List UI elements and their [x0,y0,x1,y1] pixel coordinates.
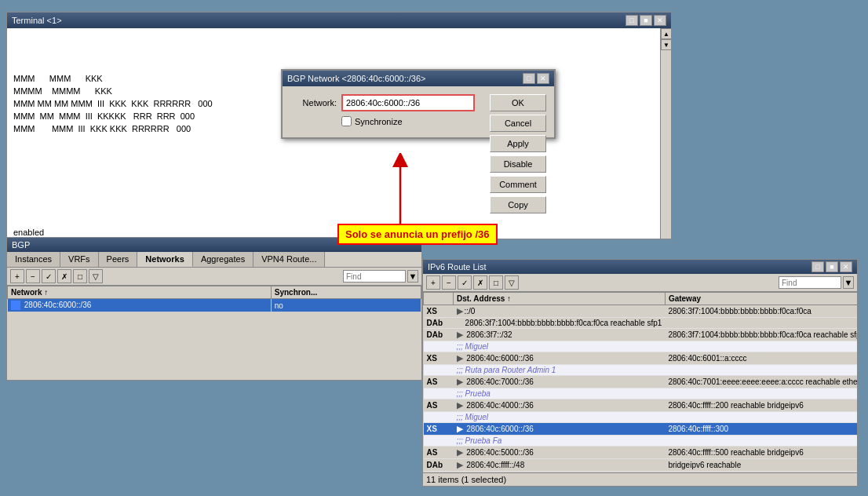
network-label: Network: [290,98,341,108]
disable-button[interactable]: Disable [490,155,546,173]
tab-aggregates[interactable]: Aggregates [193,252,253,267]
network-icon [11,301,20,310]
network-input[interactable] [341,94,475,111]
type-badge: XS [427,307,450,315]
col-gateway[interactable]: Gateway [665,293,857,305]
table-row[interactable]: AS ▶ 2806:40c:5000::/36 2806:40c:ffff::5… [424,447,858,459]
filter-button[interactable]: ▽ [89,269,103,283]
table-row[interactable]: DAb ▶ 2806:3f7::/32 2806:3f7:1004:bbbb:b… [424,329,858,341]
ipv6-check-button[interactable]: ✓ [458,275,472,290]
tab-vrfs[interactable]: VRFs [60,252,99,267]
ipv6-cross-button[interactable]: ✗ [473,275,487,290]
cancel-button[interactable]: Cancel [490,115,546,132]
square-button[interactable]: □ [73,269,87,283]
cross-button[interactable]: ✗ [57,269,71,283]
ipv6-maximize[interactable]: ■ [826,261,838,272]
table-row: ;;; Miguel [424,412,858,423]
table-row[interactable]: DAb 2806:3f7:1004:bbbb:bbbb:bbbb:f0ca:f0… [424,318,858,329]
table-row[interactable]: AS ▶ 2806:40c:7000::/36 2806:40c:7001:ee… [424,376,858,388]
table-row: ;;; Prueba [424,388,858,399]
dialog-body: Network: Synchronize OK Cancel Apply Dis… [283,86,554,137]
check-button[interactable]: ✓ [42,269,56,283]
type-badge: DAb [427,330,450,339]
apply-button[interactable]: Apply [490,135,546,152]
ipv6-close[interactable]: ✕ [840,261,852,272]
terminal-minimize-button[interactable]: □ [625,15,638,26]
ipv6-remove-button[interactable]: − [442,275,456,290]
bgp-tabs-bar: Instances VRFs Peers Networks Aggregates… [7,252,421,268]
type-badge: XS [427,425,450,433]
ipv6-find-input[interactable] [779,276,841,289]
terminal-maximize-button[interactable]: ■ [640,15,652,26]
ipv6-panel: IPv6 Route List □ ■ ✕ + − ✓ ✗ □ ▽ ▼ Dst.… [422,259,858,487]
annotation-text: Solo se anuncia un prefijo /36 [337,224,498,245]
table-row[interactable]: XS ▶::/0 2806:3f7:1004:bbbb:bbbb:bbbb:f0… [424,305,858,318]
comment-button[interactable]: Comment [490,176,546,193]
table-row[interactable]: DAb ▶ 2806:40c:ffff::/48 bridgeipv6 reac… [424,459,858,472]
type-badge: DAb [427,461,450,469]
bgp-toolbar: + − ✓ ✗ □ ▽ ▼ [7,268,421,286]
ipv6-minimize[interactable]: □ [811,261,824,272]
terminal-line [13,35,655,47]
copy-button[interactable]: Copy [490,196,546,213]
bgp-network-dialog: BGP Network <2806:40c:6000::/36> □ ✕ Net… [281,69,556,139]
col-synchron[interactable]: Synchron... [271,286,421,299]
bgp-panel: BGP Instances VRFs Peers Networks Aggreg… [6,237,422,381]
type-badge: AS [427,448,450,457]
terminal-titlebar: Terminal <1> □ ■ ✕ [7,13,671,28]
terminal-scroll-up[interactable]: ▲ [661,28,671,39]
ipv6-status-text: 11 items (1 selected) [426,475,506,484]
enabled-text: enabled [13,228,44,237]
ipv6-panel-buttons: □ ■ ✕ [811,261,852,272]
tab-peers[interactable]: Peers [99,252,138,267]
dialog-title: BGP Network <2806:40c:6000::/36> [287,74,426,83]
ipv6-square-button[interactable]: □ [489,275,503,290]
table-row[interactable]: AS ▶ 2806:40c:4000::/36 2806:40c:ffff::2… [424,399,858,412]
ok-button[interactable]: OK [490,94,546,111]
bgp-find-input[interactable] [343,270,406,283]
dialog-titlebar-buttons: □ ✕ [523,73,549,84]
ipv6-find-dropdown[interactable]: ▼ [843,276,854,289]
add-button[interactable]: + [10,269,24,283]
ipv6-panel-title-text: IPv6 Route List [428,262,487,272]
type-badge: XS [427,354,450,363]
ipv6-table: Dst. Address ↑ Gateway Distance XS ▶::/0… [423,292,857,472]
terminal-close-button[interactable]: ✕ [654,15,666,26]
terminal-titlebar-buttons: □ ■ ✕ [625,15,666,26]
table-row: ;;; Prueba Fa [424,436,858,447]
remove-button[interactable]: − [26,269,40,283]
ipv6-toolbar: + − ✓ ✗ □ ▽ ▼ [423,274,857,292]
table-row[interactable]: 2806:40c:6000::/36 no [8,299,421,312]
network-form-row: Network: [290,94,483,111]
tab-vpn4routes[interactable]: VPN4 Route... [253,252,325,267]
synchronize-checkbox[interactable] [341,116,352,126]
table-row: ;;; Ruta para Router Admin 1 [424,365,858,376]
synchronize-label: Synchronize [355,117,403,126]
bgp-table: Network ↑ Synchron... 2806:40c:6000::/36… [7,286,421,312]
table-row-selected[interactable]: XS ▶ 2806:40c:6000::/36 2806:40c:ffff::3… [424,423,858,436]
ipv6-filter-button[interactable]: ▽ [505,275,519,290]
type-badge: AS [427,377,450,386]
terminal-line [13,47,655,60]
ipv6-add-button[interactable]: + [426,275,440,290]
dialog-minimize-button[interactable]: □ [523,73,535,84]
terminal-scrollbar[interactable]: ▲ ▼ [660,28,671,239]
col-dst-address[interactable]: Dst. Address ↑ [454,293,666,305]
ipv6-panel-title: IPv6 Route List □ ■ ✕ [423,260,857,274]
col-network[interactable]: Network ↑ [8,286,272,299]
find-dropdown[interactable]: ▼ [407,270,418,283]
dialog-close-button[interactable]: ✕ [537,73,549,84]
terminal-title: Terminal <1> [12,16,62,25]
tab-networks[interactable]: Networks [137,252,193,267]
cell-network: 2806:40c:6000::/36 [8,299,272,312]
terminal-scroll-down[interactable]: ▼ [661,39,671,50]
type-badge: AS [427,401,450,410]
table-row: ;;; Miguel [424,341,858,352]
type-badge: DAb [427,319,450,327]
col-type[interactable] [424,293,454,305]
cell-sync: no [271,299,421,312]
table-row[interactable]: XS ▶ 2806:40c:6000::/36 2806:40c:6001::a… [424,352,858,365]
tab-instances[interactable]: Instances [7,252,60,267]
synchronize-row: Synchronize [341,116,483,126]
bgp-table-container: Network ↑ Synchron... 2806:40c:6000::/36… [7,286,421,380]
